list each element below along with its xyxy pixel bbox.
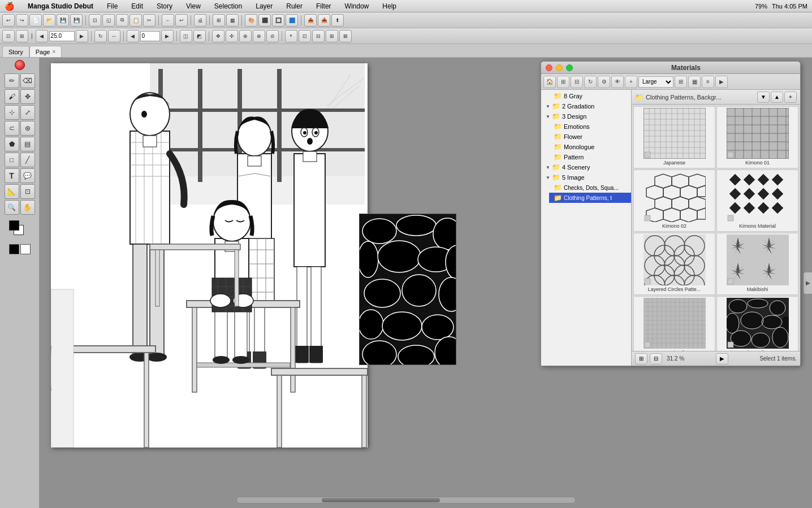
- snap-btn4[interactable]: ⊞: [326, 30, 338, 42]
- tool-mode5[interactable]: ⊘: [266, 30, 279, 42]
- tree-item-8gray[interactable]: 📁 8 Gray: [549, 91, 631, 101]
- tool-mode1[interactable]: ✥: [212, 30, 224, 42]
- toolbar-btn-paste[interactable]: 📋: [129, 14, 142, 27]
- tool-eraser[interactable]: ⌫: [20, 73, 35, 88]
- size-select[interactable]: Large Medium Small: [638, 76, 673, 88]
- canvas-rotate[interactable]: ↻: [94, 30, 107, 42]
- tree-item-pattern[interactable]: 📁 Pattern: [549, 152, 631, 162]
- zoom-prev[interactable]: ◀: [36, 30, 48, 42]
- tool-mode2[interactable]: ✣: [226, 30, 238, 42]
- tree-item-flower[interactable]: 📁 Flower: [549, 132, 631, 142]
- panel-btn-refresh[interactable]: ↻: [584, 76, 597, 88]
- tool-line[interactable]: ╱: [20, 153, 35, 167]
- zoom-full[interactable]: ⊞: [16, 30, 28, 42]
- tool-ruler[interactable]: 📐: [5, 184, 19, 199]
- material-item-mosaic[interactable]: Mosaic Tile: [633, 296, 715, 351]
- panel-btn-home[interactable]: 🏠: [543, 76, 556, 88]
- toolbar-btn-save2[interactable]: 💾: [70, 14, 83, 27]
- material-item-makibishi[interactable]: Makibishi: [716, 233, 798, 295]
- tool-select[interactable]: ⊹: [5, 105, 19, 120]
- manga-canvas[interactable]: [51, 63, 368, 448]
- panel-btn-grid2[interactable]: ⊟: [571, 76, 583, 88]
- footer-btn-1[interactable]: ⊞: [635, 353, 647, 364]
- toolbar-btn-copy[interactable]: ⧉: [116, 14, 128, 27]
- tool-shape[interactable]: □: [5, 153, 19, 167]
- menu-app-name[interactable]: Manga Studio Debut: [25, 2, 96, 10]
- toolbar-btn-lasso[interactable]: ⊡: [89, 14, 101, 27]
- tree-item-design[interactable]: ▼ 📁 3 Design: [541, 111, 631, 121]
- tool-brush[interactable]: 🖌: [5, 89, 19, 104]
- panel-maximize-btn[interactable]: [566, 64, 573, 71]
- toolbar-btn-2[interactable]: ↪: [16, 14, 28, 27]
- tool-transform[interactable]: ⤢: [20, 105, 35, 120]
- tool-speech[interactable]: 💬: [20, 168, 35, 183]
- panel-btn-grid1[interactable]: ⊞: [557, 76, 569, 88]
- menu-view[interactable]: View: [184, 2, 203, 10]
- tree-item-checks[interactable]: 📁 Checks, Dots, Squa...: [549, 183, 631, 193]
- tree-item-scenery[interactable]: ▼ 📁 4 Scenery: [541, 162, 631, 172]
- menu-file[interactable]: File: [105, 2, 120, 10]
- snap-btn3[interactable]: ⊟: [312, 30, 325, 42]
- toolbar-btn-open[interactable]: 📂: [43, 14, 55, 27]
- toolbar-btn-print[interactable]: 🖨: [194, 14, 206, 27]
- black-swatch[interactable]: [9, 244, 19, 254]
- tool-prev[interactable]: ◀: [127, 30, 139, 42]
- panel-btn-add[interactable]: +: [625, 76, 637, 88]
- material-item-circles[interactable]: Layered Circles Patte...: [633, 233, 715, 295]
- foreground-color-box[interactable]: [9, 220, 19, 231]
- menu-ruler[interactable]: Ruler: [284, 2, 305, 10]
- toolbar-btn-new[interactable]: 📄: [29, 14, 42, 27]
- panel-close-btn[interactable]: [546, 64, 552, 71]
- menu-selection[interactable]: Selection: [212, 2, 244, 10]
- tool-lasso[interactable]: ⊂: [5, 121, 19, 136]
- breadcrumb-add-btn[interactable]: +: [784, 92, 797, 103]
- tool-fill[interactable]: ⬟: [5, 137, 19, 151]
- panel-btn-settings[interactable]: ⚙: [598, 76, 610, 88]
- tree-item-monologue[interactable]: 📁 Monologue: [549, 142, 631, 152]
- menu-story[interactable]: Story: [154, 2, 175, 10]
- toolbar-btn-grid2[interactable]: ▦: [226, 14, 239, 27]
- toolbar-btn-export3[interactable]: ⬆: [331, 14, 344, 27]
- toolbar-btn-1[interactable]: ↩: [2, 14, 15, 27]
- tab-page[interactable]: Page ×: [29, 46, 62, 57]
- zoom-next[interactable]: ▶: [76, 30, 88, 42]
- tree-item-clothing[interactable]: 📁 Clothing Patterns, t: [549, 193, 631, 203]
- menu-window[interactable]: Window: [343, 2, 372, 10]
- tool-magic[interactable]: ⊛: [20, 121, 35, 136]
- toolbar-btn-export2[interactable]: 📥: [318, 14, 330, 27]
- tree-item-image[interactable]: ▼ 📁 5 Image: [541, 172, 631, 183]
- bottom-scrollbar[interactable]: [236, 497, 576, 503]
- panel-btn-view3[interactable]: ≡: [702, 76, 714, 88]
- zoom-fit[interactable]: ⊡: [2, 30, 15, 42]
- tool-mode3[interactable]: ⊕: [239, 30, 252, 42]
- toolbar-btn-color1[interactable]: 🎨: [245, 14, 257, 27]
- tool-gradient[interactable]: ▤: [20, 137, 35, 151]
- menu-help[interactable]: Help: [380, 2, 399, 10]
- toolbar-btn-prev[interactable]: ←: [162, 14, 174, 27]
- toolbar-btn-export[interactable]: 📤: [304, 14, 317, 27]
- tool-mode4[interactable]: ⊗: [253, 30, 265, 42]
- apple-menu[interactable]: 🍎: [5, 2, 14, 11]
- tool-crop[interactable]: ⊡: [20, 184, 35, 199]
- material-item-kimono-material[interactable]: Kimono Material: [716, 170, 798, 232]
- snap-btn5[interactable]: ⊠: [339, 30, 352, 42]
- snap-btn1[interactable]: ⌖: [285, 30, 297, 42]
- material-item-kimono01[interactable]: Kimono 01: [716, 106, 798, 168]
- material-item-kimono02[interactable]: Kimono 02: [633, 170, 715, 232]
- canvas-flip[interactable]: ↔: [108, 30, 120, 42]
- tree-item-emotions[interactable]: 📁 Emotions: [549, 121, 631, 132]
- tool-zoom[interactable]: 🔍: [5, 200, 19, 215]
- tool-move[interactable]: ✥: [20, 89, 35, 104]
- panel-btn-view2[interactable]: ▦: [688, 76, 701, 88]
- menu-filter[interactable]: Filter: [314, 2, 334, 10]
- toolbar-btn-select[interactable]: ◱: [102, 14, 115, 27]
- tab-story[interactable]: Story: [2, 46, 29, 57]
- tool-pen[interactable]: ✏: [5, 73, 19, 88]
- toolbar-btn-save[interactable]: 💾: [57, 14, 69, 27]
- footer-btn-2[interactable]: ⊟: [650, 353, 662, 364]
- tree-item-gradation[interactable]: ▼ 📁 2 Gradation: [541, 101, 631, 111]
- panel-collapse-arrow[interactable]: ▶: [803, 272, 812, 294]
- panel-btn-view1[interactable]: ⊞: [675, 76, 687, 88]
- menu-edit[interactable]: Edit: [129, 2, 145, 10]
- snap-btn2[interactable]: ⊡: [299, 30, 311, 42]
